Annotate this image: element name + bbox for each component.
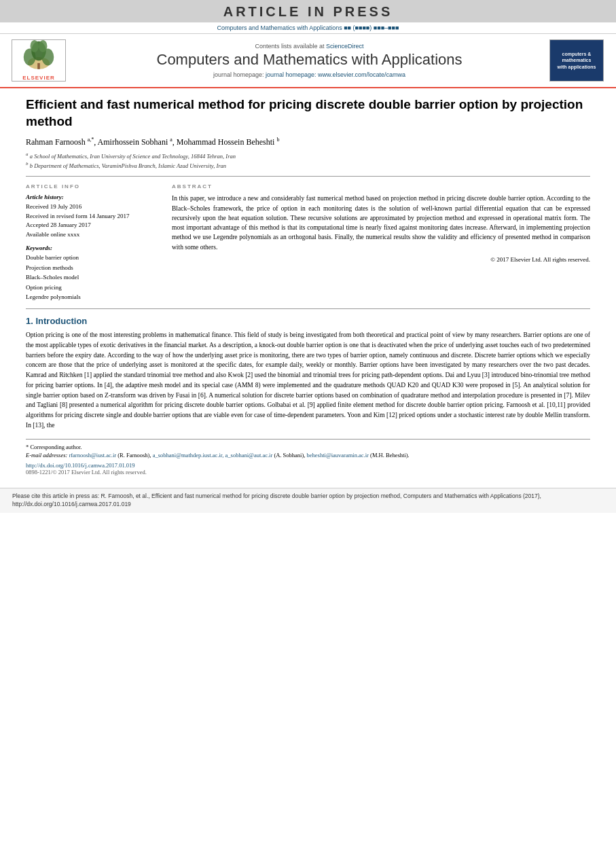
logo-box: ELSEVIER <box>12 39 66 82</box>
email3-link[interactable]: a_sobhani@aut.ac.ir <box>225 452 273 459</box>
divider-1 <box>26 176 590 177</box>
journal-logo-right: computers &mathematicswith applications <box>549 39 604 82</box>
citation-notice: Please cite this article in press as: R.… <box>12 493 541 507</box>
bottom-notice: Please cite this article in press as: R.… <box>0 488 616 513</box>
journal-homepage: journal homepage: journal homepage: www.… <box>76 71 543 78</box>
elsevier-brand-text: ELSEVIER <box>22 75 55 81</box>
journal-title: Computers and Mathematics with Applicati… <box>76 51 543 69</box>
svg-point-5 <box>39 40 47 52</box>
abstract-header: ABSTRACT <box>172 183 590 190</box>
article-dates: Received 19 July 2016 Received in revise… <box>26 202 158 239</box>
copyright-line: © 2017 Elsevier Ltd. All rights reserved… <box>172 256 590 263</box>
journal-logo-title: computers &mathematicswith applications <box>558 51 596 69</box>
aip-subtext: Computers and Mathematics with Applicati… <box>0 22 616 34</box>
keyword-2: Projection methods <box>26 263 158 272</box>
accepted-date: Accepted 28 January 2017 <box>26 221 91 228</box>
divider-2 <box>26 308 590 309</box>
elsevier-logo: ELSEVIER <box>8 39 69 82</box>
aip-banner: ARTICLE IN PRESS <box>0 0 616 22</box>
journal-center: Contents lists available at ScienceDirec… <box>76 43 543 78</box>
email2-link[interactable]: a_sobhani@mathdep.iust.ac.ir, <box>153 452 224 459</box>
email1-link[interactable]: rfarnoosh@iust.ac.ir <box>69 452 116 459</box>
issn-line: 0898-1221/© 2017 Elsevier Ltd. All right… <box>26 469 590 476</box>
introduction-title: 1. Introduction <box>26 316 590 326</box>
online-date: Available online xxxx <box>26 231 79 238</box>
affiliation-b: b b Department of Mathematics, VaraminPi… <box>26 161 590 169</box>
doi-line: http://dx.doi.org/10.1016/j.camwa.2017.0… <box>26 462 590 469</box>
keywords-label: Keywords: <box>26 245 158 251</box>
elsevier-tree-icon <box>15 40 62 73</box>
contents-line: Contents lists available at ScienceDirec… <box>76 43 543 50</box>
aip-banner-text: ARTICLE IN PRESS <box>223 4 393 19</box>
journal-header: ELSEVIER Contents lists available at Sci… <box>0 34 616 88</box>
affiliation-a: a a School of Mathematics, Iran Universi… <box>26 151 590 160</box>
email-line: E-mail addresses: rfarnoosh@iust.ac.ir (… <box>26 451 590 460</box>
abstract-text: In this paper, we introduce a new and co… <box>172 194 590 252</box>
history-label: Article history: <box>26 194 158 200</box>
revised-date: Received in revised form 14 January 2017 <box>26 213 129 219</box>
keywords-list: Double barrier option Projection methods… <box>26 253 158 302</box>
email4-link[interactable]: beheshti@iauvaramin.ac.ir <box>307 452 369 459</box>
keyword-4: Option pricing <box>26 283 158 292</box>
journal-url[interactable]: journal homepage: www.elsevier.com/locat… <box>266 71 405 78</box>
article-info-col: ARTICLE INFO Article history: Received 1… <box>26 183 158 302</box>
received-date: Received 19 July 2016 <box>26 203 81 210</box>
footnote-section: * Corresponding author. E-mail addresses… <box>26 439 590 476</box>
authors-line: Rahman Farnoosh a,*, Amirhossein Sobhani… <box>26 137 590 147</box>
article-title: Efficient and fast numerical method for … <box>26 96 590 130</box>
page: ARTICLE IN PRESS Computers and Mathemati… <box>0 0 616 841</box>
corresponding-note: * Corresponding author. <box>26 443 590 452</box>
abstract-col: ABSTRACT In this paper, we introduce a n… <box>172 183 590 302</box>
keyword-1: Double barrier option <box>26 253 158 262</box>
doi-link[interactable]: http://dx.doi.org/10.1016/j.camwa.2017.0… <box>26 462 135 469</box>
aip-journal-link[interactable]: Computers and Mathematics with Applicati… <box>217 24 399 31</box>
svg-rect-6 <box>37 63 40 69</box>
paper-content: Efficient and fast numerical method for … <box>0 88 616 482</box>
svg-point-4 <box>31 40 39 52</box>
keyword-5: Legendre polynomials <box>26 292 158 302</box>
article-info-header: ARTICLE INFO <box>26 183 158 190</box>
introduction-text: Option pricing is one of the most intere… <box>26 330 590 430</box>
sciencedirect-link[interactable]: ScienceDirect <box>326 43 364 50</box>
article-info-abstract: ARTICLE INFO Article history: Received 1… <box>26 183 590 302</box>
keyword-3: Black–Scholes model <box>26 272 158 282</box>
